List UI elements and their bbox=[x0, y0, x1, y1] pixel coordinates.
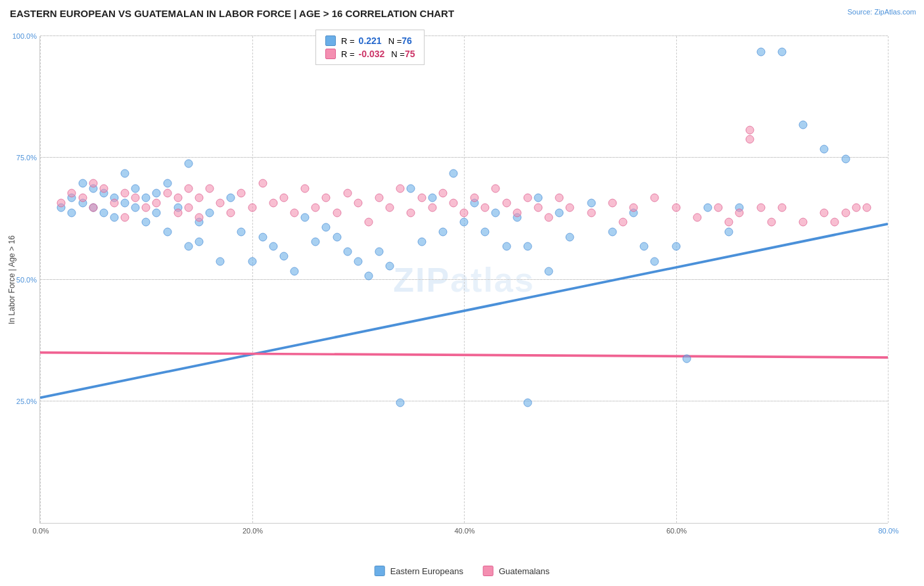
scatter-dot bbox=[545, 214, 553, 222]
scatter-dot bbox=[799, 218, 808, 227]
scatter-dot bbox=[630, 204, 638, 212]
scatter-dot bbox=[78, 194, 87, 202]
scatter-dot bbox=[290, 208, 299, 217]
scatter-dot bbox=[460, 208, 469, 217]
guatemalan-swatch bbox=[325, 49, 336, 59]
scatter-dot bbox=[131, 204, 140, 212]
x-tick-40: 40.0% bbox=[454, 527, 474, 535]
scatter-dot bbox=[258, 179, 267, 188]
scatter-dot bbox=[121, 189, 129, 197]
scatter-dot bbox=[428, 194, 436, 202]
x-tick-60: 60.0% bbox=[666, 527, 687, 535]
guatemalan-n-val: 75 bbox=[405, 49, 415, 59]
scatter-dot bbox=[312, 238, 320, 246]
scatter-dot bbox=[449, 198, 457, 207]
y-tick-50: 50.0% bbox=[16, 276, 37, 284]
scatter-dot bbox=[608, 198, 616, 207]
scatter-dot bbox=[184, 160, 193, 168]
legend-row-eastern: R = 0.221 N = 76 bbox=[325, 35, 415, 46]
scatter-dot bbox=[333, 208, 341, 217]
scatter-dot bbox=[312, 204, 320, 212]
scatter-dot bbox=[777, 204, 786, 212]
scatter-dot bbox=[449, 169, 457, 178]
scatter-dot bbox=[333, 233, 341, 241]
scatter-dot bbox=[354, 257, 362, 265]
scatter-dot bbox=[237, 228, 246, 237]
scatter-dot bbox=[184, 204, 193, 212]
scatter-dot bbox=[269, 198, 277, 207]
scatter-dot bbox=[121, 198, 129, 207]
chart-area: ZIPatlas 25.0% 50.0% 75.0% 100.0% 0.0% 2… bbox=[39, 36, 888, 524]
scatter-dot bbox=[195, 238, 203, 246]
scatter-dot bbox=[364, 218, 373, 227]
scatter-dot bbox=[523, 398, 532, 407]
scatter-dot bbox=[322, 223, 331, 231]
scatter-dot bbox=[396, 398, 405, 407]
scatter-dot bbox=[471, 194, 479, 202]
scatter-dot bbox=[725, 218, 733, 227]
scatter-dot bbox=[492, 184, 500, 192]
y-axis-label: In Labor Force | Age > 16 bbox=[7, 235, 16, 325]
scatter-dot bbox=[386, 204, 394, 212]
scatter-dot bbox=[481, 204, 490, 212]
scatter-dot bbox=[121, 214, 129, 222]
scatter-dot bbox=[227, 208, 235, 217]
bottom-eastern-label: Eastern Europeans bbox=[390, 566, 463, 576]
scatter-dot bbox=[343, 247, 352, 256]
scatter-dot bbox=[651, 257, 659, 265]
scatter-dot bbox=[682, 354, 691, 363]
x-tick-80: 80.0% bbox=[878, 527, 898, 535]
eastern-n-val: 76 bbox=[402, 35, 412, 46]
scatter-dot bbox=[216, 257, 225, 265]
scatter-dot bbox=[195, 214, 203, 222]
scatter-dot bbox=[279, 252, 288, 261]
scatter-dot bbox=[364, 271, 373, 280]
scatter-dot bbox=[428, 204, 436, 212]
scatter-dot bbox=[152, 198, 161, 207]
scatter-dot bbox=[110, 198, 118, 207]
scatter-dot bbox=[587, 198, 595, 207]
scatter-dot bbox=[746, 135, 754, 144]
scatter-dot bbox=[417, 194, 426, 202]
scatter-dot bbox=[131, 194, 140, 202]
scatter-dot bbox=[555, 208, 564, 217]
scatter-dot bbox=[142, 218, 150, 227]
eastern-r-label: R = bbox=[341, 36, 355, 46]
chart-container: EASTERN EUROPEAN VS GUATEMALAN IN LABOR … bbox=[0, 0, 924, 586]
x-tick-20: 20.0% bbox=[243, 527, 263, 535]
scatter-dot bbox=[523, 194, 532, 202]
bottom-legend-eastern: Eastern Europeans bbox=[375, 566, 463, 576]
scatter-dot bbox=[142, 204, 150, 212]
scatter-dot bbox=[438, 228, 447, 237]
scatter-dot bbox=[375, 247, 384, 256]
scatter-dot bbox=[227, 194, 235, 202]
scatter-dot bbox=[746, 125, 754, 134]
scatter-dot bbox=[206, 208, 214, 217]
scatter-dot bbox=[417, 238, 426, 246]
scatter-dot bbox=[608, 228, 616, 237]
scatter-dot bbox=[152, 189, 161, 197]
scatter-dot bbox=[438, 189, 447, 197]
scatter-dot bbox=[831, 218, 839, 227]
svg-line-0 bbox=[40, 224, 888, 398]
scatter-dot bbox=[216, 198, 225, 207]
scatter-dot bbox=[354, 198, 362, 207]
scatter-dot bbox=[460, 218, 469, 227]
legend-box: R = 0.221 N = 76 R = -0.032 N = 75 bbox=[315, 30, 425, 65]
scatter-dot bbox=[68, 208, 76, 217]
scatter-dot bbox=[481, 228, 490, 237]
scatter-dot bbox=[386, 262, 394, 271]
scatter-dot bbox=[672, 242, 680, 251]
scatter-dot bbox=[545, 267, 553, 275]
scatter-dot bbox=[407, 208, 415, 217]
scatter-dot bbox=[618, 218, 627, 227]
grid-v-100: 80.0% bbox=[888, 36, 889, 523]
bottom-eastern-swatch bbox=[375, 566, 385, 576]
scatter-dot bbox=[756, 204, 765, 212]
scatter-dot bbox=[693, 214, 701, 222]
scatter-dot bbox=[513, 208, 521, 217]
scatter-dot bbox=[703, 204, 712, 212]
scatter-dot bbox=[322, 194, 331, 202]
scatter-dot bbox=[407, 184, 415, 192]
scatter-dot bbox=[237, 189, 246, 197]
